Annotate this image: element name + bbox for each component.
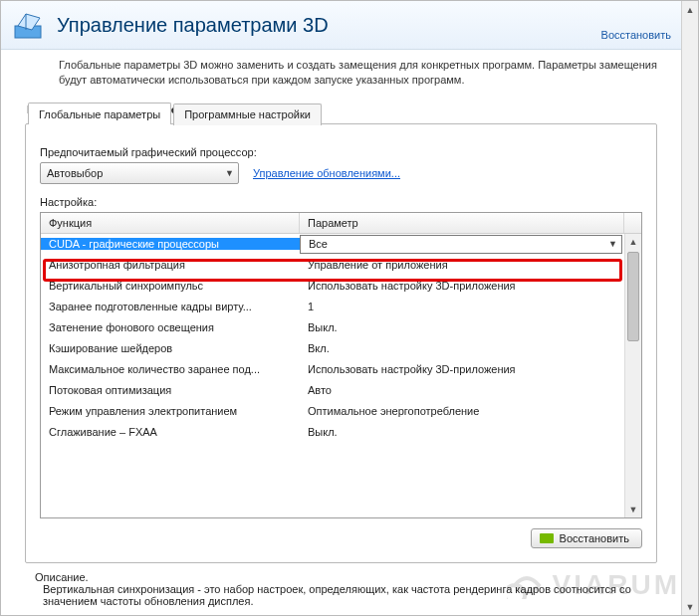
settings-label: Настройка: xyxy=(40,196,642,208)
cell-function: Анизотропная фильтрация xyxy=(41,259,300,271)
col-scroll-spacer xyxy=(624,213,641,233)
preferred-gpu-value: Автовыбор xyxy=(47,167,103,179)
tabs: Глобальные параметры Программные настрой… xyxy=(28,103,324,124)
cell-parameter: Использовать настройку 3D-приложения xyxy=(300,280,624,292)
tab-global[interactable]: Глобальные параметры xyxy=(28,103,171,124)
manage-updates-link[interactable]: Управление обновлениями... xyxy=(253,167,400,179)
scroll-down-icon[interactable]: ▼ xyxy=(682,598,698,615)
cell-function: Кэширование шейдеров xyxy=(41,342,300,354)
settings-table: Функция Параметр CUDA - графические проц… xyxy=(40,212,642,518)
window-scrollbar[interactable]: ▲ ▼ xyxy=(681,1,698,615)
restore-link-top[interactable]: Восстановить xyxy=(601,29,671,43)
table-row[interactable]: Сглаживание – FXAAВыкл. xyxy=(41,422,624,443)
cell-parameter: Авто xyxy=(300,384,624,396)
restore-button[interactable]: Восстановить xyxy=(531,528,642,548)
scroll-up-icon[interactable]: ▲ xyxy=(682,1,698,18)
cell-function: Сглаживание – FXAA xyxy=(41,426,300,438)
table-row[interactable]: CUDA - графические процессорыВсе▼ xyxy=(41,234,624,255)
scroll-up-icon[interactable]: ▲ xyxy=(625,234,641,251)
cell-parameter: Выкл. xyxy=(300,426,624,438)
table-scrollbar[interactable]: ▲ ▼ xyxy=(624,234,641,517)
description-block: Описание. Вертикальная синхронизация - э… xyxy=(19,563,663,607)
cell-parameter: Вкл. xyxy=(300,342,624,354)
table-row[interactable]: Вертикальный синхроимпульсИспользовать н… xyxy=(41,276,624,297)
description-label: Описание. xyxy=(35,571,647,583)
cell-parameter-select[interactable]: Все▼ xyxy=(300,235,622,254)
tabs-frame: Глобальные параметры Программные настрой… xyxy=(25,123,657,563)
page-title: Управление параметрами 3D xyxy=(57,14,601,37)
cell-function: Заранее подготовленные кадры вирту... xyxy=(41,301,300,312)
chevron-down-icon: ▼ xyxy=(608,239,617,249)
cell-function: Затенение фонового освещения xyxy=(41,321,300,333)
cell-parameter: 1 xyxy=(300,301,624,312)
cell-parameter: Управление от приложения xyxy=(300,259,624,271)
header-bar: Управление параметрами 3D Восстановить xyxy=(1,1,681,50)
col-function-header[interactable]: Функция xyxy=(41,213,300,233)
table-row[interactable]: Анизотропная фильтрацияУправление от при… xyxy=(41,255,624,276)
restore-button-label: Восстановить xyxy=(560,532,629,544)
cell-parameter-value: Все xyxy=(309,238,328,250)
table-header: Функция Параметр xyxy=(41,213,641,234)
cell-function: Режим управления электропитанием xyxy=(41,405,300,417)
cell-function: Вертикальный синхроимпульс xyxy=(41,280,300,292)
scroll-down-icon[interactable]: ▼ xyxy=(625,501,641,517)
cell-function: Максимальное количество заранее под... xyxy=(41,363,300,375)
header-3d-icon xyxy=(11,7,47,43)
table-row[interactable]: Режим управления электропитаниемОптималь… xyxy=(41,401,624,422)
scroll-thumb[interactable] xyxy=(627,252,639,341)
preferred-gpu-select[interactable]: Автовыбор ▼ xyxy=(40,162,239,184)
table-row[interactable]: Кэширование шейдеровВкл. xyxy=(41,338,624,359)
cell-parameter: Оптимальное энергопотребление xyxy=(300,405,624,417)
preferred-gpu-label: Предпочитаемый графический процессор: xyxy=(40,146,642,158)
cell-function: CUDA - графические процессоры xyxy=(41,238,300,250)
cell-function: Потоковая оптимизация xyxy=(41,384,300,396)
table-row[interactable]: Потоковая оптимизацияАвто xyxy=(41,380,624,401)
table-row[interactable]: Заранее подготовленные кадры вирту...1 xyxy=(41,297,624,317)
chevron-down-icon: ▼ xyxy=(219,168,234,178)
intro-text: Глобальные параметры 3D можно заменить и… xyxy=(59,58,663,88)
tab-program[interactable]: Программные настройки xyxy=(173,103,322,125)
table-row[interactable]: Затенение фонового освещенияВыкл. xyxy=(41,317,624,338)
nvidia-logo-icon xyxy=(540,533,554,543)
description-text: Вертикальная синхронизация - это набор н… xyxy=(43,583,647,607)
cell-parameter: Выкл. xyxy=(300,321,624,333)
col-parameter-header[interactable]: Параметр xyxy=(300,213,624,233)
table-row[interactable]: Максимальное количество заранее под...Ис… xyxy=(41,359,624,380)
cell-parameter: Использовать настройку 3D-приложения xyxy=(300,363,624,375)
